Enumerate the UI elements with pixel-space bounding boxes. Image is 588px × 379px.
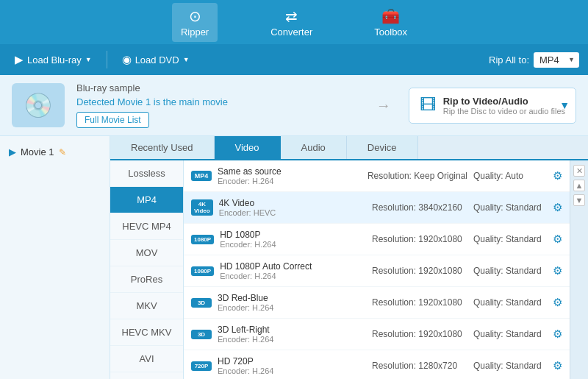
format-name-2: HD 1080P bbox=[220, 230, 366, 240]
format-badge-3: 1080P bbox=[191, 266, 214, 276]
format-res-2: Resolution: 1920x1080 bbox=[372, 234, 467, 244]
format-name-6: HD 720P bbox=[218, 356, 366, 366]
tab-device[interactable]: Device bbox=[347, 136, 418, 159]
load-bluray-button[interactable]: ▶ Load Blu-ray ▼ bbox=[9, 50, 98, 69]
left-sidebar: ▶ Movie 1 ✎ bbox=[0, 136, 110, 379]
rip-panel-icon: 🎞 bbox=[420, 96, 436, 115]
category-prores[interactable]: ProRes bbox=[110, 266, 183, 293]
close-panel-button[interactable]: ✕ bbox=[573, 165, 585, 177]
format-options: MP4 Same as source Encoder: H.264 Resolu… bbox=[184, 160, 570, 379]
info-text: Blu-ray sample Detected Movie 1 is the m… bbox=[76, 82, 359, 128]
disc-icon-wrap: 💿 bbox=[12, 83, 65, 127]
nav-ripper[interactable]: ⊙ Ripper bbox=[172, 3, 218, 42]
bluray-dropdown-icon: ▼ bbox=[85, 56, 92, 63]
rip-panel-title: Rip to Video/Audio bbox=[443, 96, 565, 107]
format-categories: Lossless MP4 HEVC MP4 MOV ProRes MKV HEV… bbox=[110, 160, 184, 379]
format-row-hd1080p-auto[interactable]: 1080P HD 1080P Auto Correct Encoder: H.2… bbox=[184, 255, 570, 287]
nav-converter-label: Converter bbox=[270, 26, 312, 38]
format-info-0: Same as source Encoder: H.264 bbox=[218, 166, 362, 185]
category-hevc-mkv[interactable]: HEVC MKV bbox=[110, 319, 183, 346]
category-mkv[interactable]: MKV bbox=[110, 293, 183, 319]
format-info-1: 4K Video Encoder: HEVC bbox=[219, 198, 366, 217]
rip-panel-dropdown-icon[interactable]: ▼ bbox=[559, 99, 570, 111]
rip-all-select-wrap[interactable]: MP4 MKV MOV AVI bbox=[534, 52, 579, 68]
disc-icon: 💿 bbox=[24, 91, 53, 119]
toolbar: ▶ Load Blu-ray ▼ ◉ Load DVD ▼ Rip All to… bbox=[0, 44, 588, 75]
format-res-6: Resolution: 1280x720 bbox=[372, 361, 467, 371]
rip-panel-text: Rip to Video/Audio Rip the Disc to video… bbox=[443, 96, 565, 116]
format-gear-0[interactable]: ⚙ bbox=[553, 169, 562, 183]
format-quality-2: Quality: Standard bbox=[473, 234, 547, 244]
format-list-wrap: Lossless MP4 HEVC MP4 MOV ProRes MKV HEV… bbox=[110, 160, 588, 379]
format-row-3d-left-right[interactable]: 3D 3D Left-Right Encoder: H.264 Resoluti… bbox=[184, 319, 570, 350]
category-lossless[interactable]: Lossless bbox=[110, 160, 183, 187]
format-gear-3[interactable]: ⚙ bbox=[553, 264, 562, 277]
format-name-3: HD 1080P Auto Correct bbox=[220, 261, 366, 272]
collapse-down-button[interactable]: ▼ bbox=[573, 194, 585, 206]
info-title: Blu-ray sample bbox=[76, 82, 359, 93]
format-res-5: Resolution: 1920x1080 bbox=[372, 329, 467, 339]
format-badge-6: 720P bbox=[191, 361, 212, 371]
format-encoder-3: Encoder: H.264 bbox=[220, 272, 366, 280]
dvd-icon: ◉ bbox=[122, 53, 132, 66]
edit-icon[interactable]: ✎ bbox=[59, 147, 66, 157]
format-name-5: 3D Left-Right bbox=[218, 325, 366, 335]
format-encoder-1: Encoder: HEVC bbox=[219, 208, 366, 217]
rip-all-label: Rip All to: bbox=[489, 54, 529, 65]
tab-video[interactable]: Video bbox=[215, 136, 281, 159]
toolbox-icon: 🧰 bbox=[381, 7, 400, 25]
format-row-hd720p[interactable]: 720P HD 720P Encoder: H.264 Resolution: … bbox=[184, 350, 570, 379]
format-gear-4[interactable]: ⚙ bbox=[553, 296, 562, 309]
nav-ripper-label: Ripper bbox=[181, 26, 209, 38]
nav-converter[interactable]: ⇄ Converter bbox=[262, 3, 321, 42]
movie-label: Movie 1 bbox=[21, 146, 54, 157]
format-quality-1: Quality: Standard bbox=[473, 202, 547, 213]
category-hevc-mp4[interactable]: HEVC MP4 bbox=[110, 213, 183, 240]
full-movie-list-button[interactable]: Full Movie List bbox=[76, 112, 149, 128]
format-info-2: HD 1080P Encoder: H.264 bbox=[220, 230, 366, 249]
rip-all-select[interactable]: MP4 MKV MOV AVI bbox=[534, 52, 579, 68]
category-avi[interactable]: AVI bbox=[110, 346, 183, 372]
converter-icon: ⇄ bbox=[285, 7, 298, 25]
nav-toolbox[interactable]: 🧰 Toolbox bbox=[365, 3, 416, 42]
top-nav: ⊙ Ripper ⇄ Converter 🧰 Toolbox bbox=[0, 0, 588, 44]
collapse-up-button[interactable]: ▲ bbox=[573, 180, 585, 191]
ripper-icon: ⊙ bbox=[189, 7, 201, 25]
arrow-icon: → bbox=[376, 97, 391, 114]
load-bluray-label: Load Blu-ray bbox=[27, 54, 82, 65]
bluray-icon: ▶ bbox=[15, 53, 24, 66]
format-quality-5: Quality: Standard bbox=[473, 329, 547, 339]
tab-audio[interactable]: Audio bbox=[281, 136, 347, 159]
format-res-4: Resolution: 1920x1080 bbox=[372, 297, 467, 308]
category-mp4[interactable]: MP4 bbox=[110, 187, 183, 213]
format-badge-1: 4KVideo bbox=[191, 199, 213, 216]
format-row-3d-red-blue[interactable]: 3D 3D Red-Blue Encoder: H.264 Resolution… bbox=[184, 287, 570, 319]
format-badge-2: 1080P bbox=[191, 235, 214, 244]
format-encoder-0: Encoder: H.264 bbox=[218, 177, 362, 185]
format-quality-6: Quality: Standard bbox=[473, 361, 547, 371]
detected-prefix: Detected bbox=[76, 96, 118, 107]
movie-list-item[interactable]: ▶ Movie 1 ✎ bbox=[0, 142, 110, 162]
main-content: ▶ Movie 1 ✎ Recently Used Video Audio De… bbox=[0, 136, 588, 379]
format-name-0: Same as source bbox=[218, 166, 362, 177]
format-badge-0: MP4 bbox=[191, 171, 212, 181]
tabs-row: Recently Used Video Audio Device bbox=[110, 136, 588, 160]
load-dvd-label: Load DVD bbox=[135, 54, 179, 65]
format-area: Recently Used Video Audio Device Lossles… bbox=[110, 136, 588, 379]
format-row-4k[interactable]: 4KVideo 4K Video Encoder: HEVC Resolutio… bbox=[184, 192, 570, 224]
format-gear-1[interactable]: ⚙ bbox=[553, 201, 562, 214]
side-controls: ✕ ▲ ▼ bbox=[570, 160, 588, 379]
format-badge-5: 3D bbox=[191, 330, 212, 339]
format-gear-2[interactable]: ⚙ bbox=[553, 233, 562, 246]
load-dvd-button[interactable]: ◉ Load DVD ▼ bbox=[116, 50, 196, 69]
tab-recently-used[interactable]: Recently Used bbox=[110, 136, 215, 159]
format-row-hd1080p[interactable]: 1080P HD 1080P Encoder: H.264 Resolution… bbox=[184, 224, 570, 255]
category-mov[interactable]: MOV bbox=[110, 240, 183, 266]
toolbar-divider-1 bbox=[107, 51, 107, 68]
format-gear-6[interactable]: ⚙ bbox=[553, 359, 562, 372]
info-detected: Detected Movie 1 is the main movie bbox=[76, 96, 359, 107]
format-row-same-as-source[interactable]: MP4 Same as source Encoder: H.264 Resolu… bbox=[184, 160, 570, 192]
format-quality-4: Quality: Standard bbox=[473, 297, 547, 308]
rip-all-row: Rip All to: MP4 MKV MOV AVI bbox=[489, 52, 579, 68]
format-gear-5[interactable]: ⚙ bbox=[553, 327, 562, 341]
